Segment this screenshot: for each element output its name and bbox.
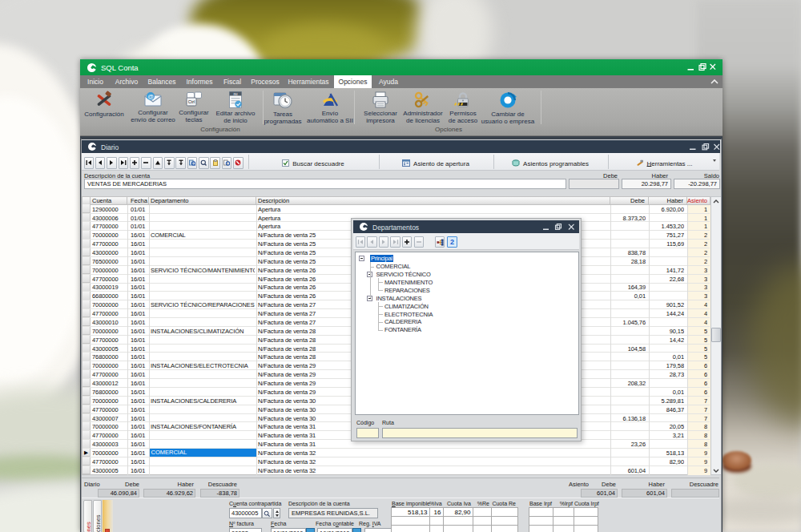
svg-text:INI: INI [233, 92, 237, 96]
svg-text:Ctrl: Ctrl [188, 99, 195, 104]
svg-text:@: @ [147, 93, 154, 100]
